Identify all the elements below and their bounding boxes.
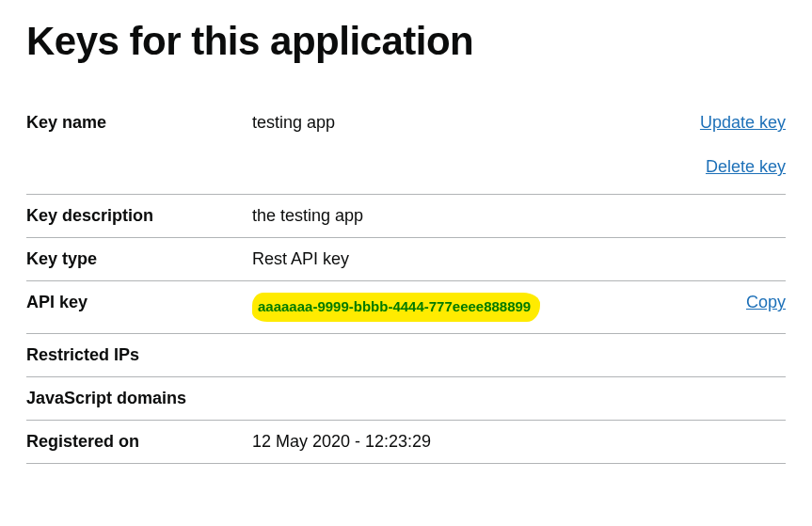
row-registered-on: Registered on 12 May 2020 - 12:23:29	[26, 421, 786, 464]
update-key-link[interactable]: Update key	[700, 113, 786, 133]
row-key-description: Key description the testing app	[26, 195, 786, 238]
row-key-type: Key type Rest API key	[26, 238, 786, 281]
label-javascript-domains: JavaScript domains	[26, 389, 252, 408]
delete-key-link[interactable]: Delete key	[706, 157, 786, 177]
copy-link[interactable]: Copy	[746, 293, 786, 312]
api-key-actions: Copy	[746, 293, 786, 312]
label-restricted-ips: Restricted IPs	[26, 345, 252, 365]
label-registered-on: Registered on	[26, 432, 252, 452]
value-registered-on: 12 May 2020 - 12:23:29	[252, 432, 786, 452]
label-key-type: Key type	[26, 249, 252, 269]
row-javascript-domains: JavaScript domains	[26, 377, 786, 421]
label-key-name: Key name	[26, 113, 252, 133]
value-key-description: the testing app	[252, 206, 786, 226]
value-api-key-container: aaaaaaa-9999-bbbb-4444-777eeee888899	[252, 293, 746, 322]
value-key-name: testing app	[252, 113, 700, 133]
row-restricted-ips: Restricted IPs	[26, 334, 786, 377]
row-api-key: API key aaaaaaa-9999-bbbb-4444-777eeee88…	[26, 281, 786, 334]
row-key-name: Key name testing app Update key Delete k…	[26, 102, 786, 195]
key-name-actions: Update key Delete key	[700, 113, 786, 177]
value-api-key: aaaaaaa-9999-bbbb-4444-777eeee888899	[252, 293, 540, 322]
label-key-description: Key description	[26, 206, 252, 226]
page-title: Keys for this application	[26, 19, 786, 64]
value-key-type: Rest API key	[252, 249, 786, 269]
label-api-key: API key	[26, 293, 252, 312]
